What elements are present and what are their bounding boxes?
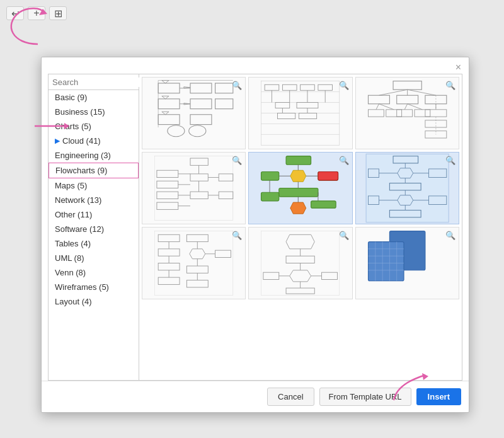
diagram-svg-2 [249,78,352,149]
category-item-other[interactable]: Other (11) [49,207,139,222]
diagram-svg-7 [142,228,245,299]
svg-rect-62 [157,170,178,177]
diagram-svg-6 [356,153,459,224]
category-item-layout[interactable]: Layout (4) [49,294,139,309]
svg-line-50 [379,104,394,110]
svg-rect-41 [368,95,389,104]
svg-rect-83 [279,188,318,197]
category-label-flowcharts: Flowcharts (9) [55,166,107,175]
category-item-tables[interactable]: Tables (4) [49,236,139,251]
svg-rect-5 [190,99,212,109]
category-label-cloud: Cloud (41) [62,136,101,146]
category-item-business[interactable]: Business (15) [49,105,139,119]
svg-rect-7 [215,83,233,93]
category-item-uml[interactable]: UML (8) [49,251,139,265]
template-thumb-2[interactable]: 🔍 [248,77,352,149]
svg-rect-35 [297,103,318,108]
category-label-tables: Tables (4) [55,239,91,248]
template-thumb-7[interactable]: 🔍 [142,227,246,299]
category-item-wireframes[interactable]: Wireframes (5) [49,280,139,294]
zoom-icon-6: 🔍 [445,156,455,165]
svg-rect-2 [158,99,180,109]
zoom-icon-3: 🔍 [445,81,455,90]
zoom-icon-9: 🔍 [445,231,455,240]
category-label-business: Business (15) [55,107,105,117]
svg-rect-64 [157,192,178,199]
svg-rect-63 [157,181,178,188]
undo-button[interactable]: ↩ [6,6,24,20]
category-item-venn[interactable]: Venn (8) [49,265,139,280]
diagram-svg-5 [249,153,352,224]
svg-rect-72 [190,174,208,181]
category-item-flowcharts[interactable]: Flowcharts (9) [49,163,139,178]
zoom-icon-5: 🔍 [339,156,349,165]
svg-rect-129 [186,280,208,287]
template-thumb-6[interactable]: 🔍 [355,152,459,224]
svg-rect-121 [186,234,208,241]
category-label-software: Software (12) [55,224,104,234]
svg-rect-6 [190,115,212,125]
dialog-body: 🔍 Basic (9)Business (15)Charts (5)▶Cloud… [42,74,469,381]
template-grid: 🔍 [139,74,462,381]
category-item-basic[interactable]: Basic (9) [49,90,139,105]
svg-line-44 [379,89,407,95]
svg-line-49 [376,104,379,110]
category-item-cloud[interactable]: ▶Cloud (41) [49,134,139,148]
svg-marker-17 [162,112,169,115]
category-label-wireframes: Wireframes (5) [55,282,109,292]
category-label-venn: Venn (8) [55,268,86,277]
cancel-button[interactable]: Cancel [267,388,314,406]
category-item-charts[interactable]: Charts (5) [49,119,139,134]
svg-marker-85 [290,202,306,214]
template-thumb-4[interactable]: 🔍 [142,152,246,224]
svg-marker-131 [286,234,314,249]
template-url-button[interactable]: From Template URL [319,388,411,406]
svg-rect-48 [386,110,401,117]
insert-button[interactable]: Insert [416,388,461,405]
category-label-basic: Basic (9) [55,93,87,102]
category-label-charts: Charts (5) [55,122,91,131]
svg-rect-8 [215,99,233,109]
template-thumb-3[interactable]: 🔍 [355,77,459,149]
category-item-maps[interactable]: Maps (5) [49,178,139,193]
diagram-svg-1 [142,78,245,149]
category-list: Basic (9)Business (15)Charts (5)▶Cloud (… [49,90,139,380]
svg-rect-40 [393,81,421,90]
template-thumb-1[interactable]: 🔍 [142,77,246,149]
cloud-icon: ▶ [55,137,60,145]
template-thumb-5[interactable]: 🔍 [248,152,352,224]
add-button[interactable]: + [28,6,45,20]
category-item-engineering[interactable]: Engineering (3) [49,148,139,163]
category-label-engineering: Engineering (3) [55,151,111,160]
category-item-software[interactable]: Software (12) [49,222,139,236]
close-button[interactable]: × [453,61,464,74]
layout-button[interactable]: ⊞ [49,6,67,20]
svg-rect-38 [278,113,295,119]
zoom-icon-2: 🔍 [339,81,349,90]
category-item-network[interactable]: Network (13) [49,193,139,207]
template-thumb-8[interactable]: 🔍 [248,227,352,299]
template-thumb-9[interactable]: 🔍 [355,227,459,299]
svg-line-54 [407,104,422,110]
svg-point-18 [168,125,185,137]
category-label-uml: UML (8) [55,253,84,263]
svg-rect-79 [286,156,311,165]
diagram-svg-4 [142,153,245,224]
svg-rect-95 [366,154,449,222]
svg-rect-114 [158,234,180,241]
svg-rect-91 [261,192,279,201]
svg-marker-123 [190,249,205,259]
svg-marker-81 [290,170,306,182]
diagram-svg-3 [356,78,459,149]
svg-rect-143 [368,242,404,281]
svg-rect-65 [157,202,178,209]
svg-rect-89 [261,172,279,181]
svg-rect-127 [186,266,208,273]
svg-rect-125 [215,250,231,257]
category-sidebar: 🔍 Basic (9)Business (15)Charts (5)▶Cloud… [48,74,139,381]
svg-rect-116 [158,249,180,256]
category-label-network: Network (13) [55,195,101,205]
zoom-icon-4: 🔍 [232,156,242,165]
svg-rect-76 [219,192,233,199]
dialog-header: × [42,57,469,74]
